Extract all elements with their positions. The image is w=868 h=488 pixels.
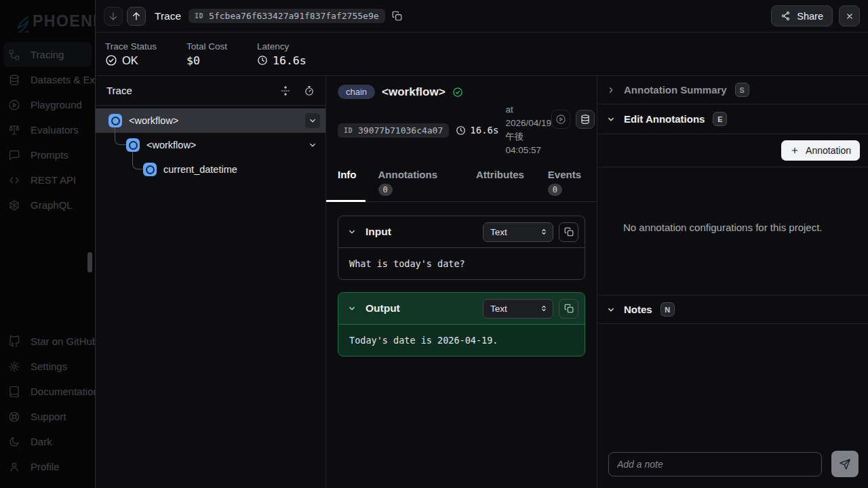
annotations-panel: Annotation Summary S Edit Annotations E … — [597, 76, 868, 488]
tree-node-current-datetime[interactable]: current_datetime — [96, 157, 326, 182]
send-note-button[interactable] — [831, 451, 859, 477]
span-kind-icon — [108, 114, 122, 127]
input-format-select[interactable]: Text — [483, 222, 553, 242]
chevron-down-icon — [308, 116, 317, 125]
notes-list — [597, 324, 868, 443]
edit-annotations-label: Edit Annotations — [624, 113, 705, 125]
collapse-node-button[interactable] — [305, 138, 320, 152]
previous-span-button[interactable] — [104, 7, 123, 26]
tree-header: Trace — [96, 76, 326, 106]
latency-label: Latency — [257, 41, 307, 52]
modal-dim-overlay — [0, 0, 95, 488]
input-card-header: Input Text — [338, 216, 585, 248]
chevron-down-icon[interactable] — [347, 227, 357, 237]
span-title: <workflow> — [382, 85, 446, 99]
send-icon — [839, 458, 851, 470]
tree-connector — [115, 127, 126, 145]
output-card: Output Text Today's date is 2026-04-19. — [338, 292, 585, 357]
stopwatch-icon — [304, 85, 315, 96]
close-icon — [845, 12, 854, 21]
notes-label: Notes — [624, 304, 652, 315]
select-arrows-icon — [539, 227, 549, 237]
tab-label: Info — [338, 169, 357, 180]
chevron-down-icon[interactable] — [347, 304, 357, 313]
plus-icon — [790, 146, 800, 155]
span-actions — [551, 110, 595, 129]
ok-check-icon — [105, 54, 117, 66]
span-timestamp: at 2026/04/19 午後 04:05:57 — [505, 103, 551, 157]
replay-in-playground-button[interactable] — [551, 110, 570, 129]
close-button[interactable] — [839, 5, 860, 26]
span-id-badge: ID 39077b71036c4a07 — [338, 123, 449, 138]
span-kind-icon — [143, 163, 157, 176]
database-icon — [580, 114, 591, 125]
next-span-button[interactable] — [127, 7, 146, 26]
output-card-header: Output Text — [338, 293, 585, 325]
annotations-empty-message: No annotation configurations for this pr… — [597, 167, 868, 295]
annotations-count-badge: 0 — [378, 184, 393, 196]
latency-value: 16.6s — [273, 54, 307, 67]
expand-vertical-icon — [280, 85, 291, 96]
chevron-down-icon — [606, 115, 616, 124]
trace-status-bar: Trace Status OK Total Cost $0 Latency 16… — [96, 33, 868, 76]
span-success-icon — [452, 87, 463, 98]
span-kind-badge: chain — [338, 85, 375, 99]
copy-icon — [392, 11, 402, 21]
tree-connector — [132, 152, 143, 169]
timing-toggle-button[interactable] — [304, 85, 315, 96]
add-to-dataset-button[interactable] — [576, 110, 595, 129]
collapse-node-button[interactable] — [305, 113, 320, 128]
trace-id-value: 5fcbea76f633427a91f837faf2755e9e — [209, 11, 378, 21]
copy-output-button[interactable] — [559, 299, 578, 319]
share-button[interactable]: Share — [771, 5, 833, 26]
notes-section[interactable]: Notes N — [597, 295, 868, 324]
chevron-down-icon — [606, 305, 616, 314]
share-label: Share — [797, 11, 823, 22]
span-latency-value: 16.6s — [470, 125, 498, 136]
arrow-up-icon — [131, 11, 142, 22]
tree-title: Trace — [106, 85, 132, 96]
annotation-summary-section[interactable]: Annotation Summary S — [597, 76, 868, 104]
span-io: Input Text What is today's date? — [326, 202, 597, 370]
tab-label: Annotations — [378, 169, 438, 180]
tree-node-label: <workflow> — [129, 115, 178, 126]
arrow-down-icon — [108, 11, 119, 22]
tree-node-workflow-root[interactable]: <workflow> — [96, 108, 326, 133]
tree-node-label: <workflow> — [146, 140, 196, 150]
id-prefix: ID — [344, 127, 353, 134]
trace-status-label: Trace Status — [105, 41, 157, 52]
input-format-value: Text — [490, 227, 507, 237]
events-count-badge: 0 — [548, 184, 562, 196]
active-tab-indicator — [326, 200, 366, 202]
annotations-toolbar: Annotation — [597, 134, 868, 167]
total-cost-value: $0 — [186, 54, 227, 67]
share-icon — [781, 11, 791, 21]
total-cost-stat: Total Cost $0 — [186, 41, 227, 67]
tab-annotations[interactable]: Annotations 0 — [378, 163, 438, 201]
notes-shortcut-badge: N — [660, 302, 675, 317]
summary-shortcut-badge: S — [735, 83, 749, 97]
clock-icon — [456, 125, 466, 136]
topbar-actions: Share — [771, 5, 860, 26]
tab-events[interactable]: Events 0 — [548, 163, 581, 201]
copy-input-button[interactable] — [559, 222, 578, 242]
output-format-select[interactable]: Text — [483, 299, 553, 319]
tree-node-workflow-child[interactable]: <workflow> — [96, 133, 326, 157]
chevron-right-icon — [606, 85, 616, 95]
total-cost-label: Total Cost — [186, 41, 227, 52]
note-input[interactable] — [608, 452, 822, 476]
span-latency: 16.6s — [456, 125, 498, 136]
span-detail-panel: chain <workflow> ID 39077b71036c4a07 16.… — [326, 76, 597, 488]
trace-title: Trace — [155, 10, 181, 22]
expand-rows-button[interactable] — [280, 85, 291, 96]
span-header: chain <workflow> ID 39077b71036c4a07 16.… — [326, 76, 597, 157]
copy-trace-id-button[interactable] — [392, 11, 402, 21]
tab-attributes[interactable]: Attributes — [476, 163, 524, 201]
edit-shortcut-badge: E — [713, 112, 727, 126]
tab-info[interactable]: Info — [338, 163, 357, 201]
output-title: Output — [366, 302, 400, 314]
span-kind-icon — [126, 138, 140, 152]
edit-annotations-section[interactable]: Edit Annotations E — [597, 104, 868, 134]
trace-status-value: OK — [122, 54, 138, 67]
add-annotation-button[interactable]: Annotation — [781, 140, 860, 161]
